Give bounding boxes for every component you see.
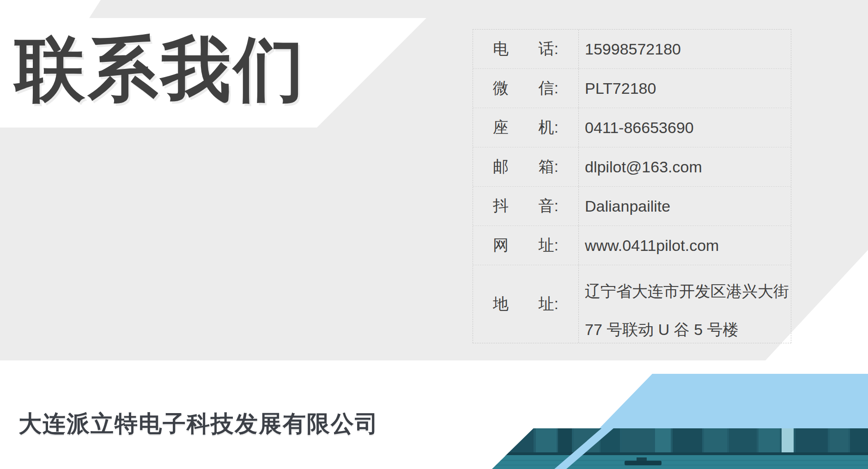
contact-value-wechat: PLT72180 (579, 69, 791, 108)
contact-label: 电 话: (473, 30, 579, 68)
company-name: 大连派立特电子科技发展有限公司 (18, 408, 379, 439)
contact-row-phone: 电 话: 15998572180 (473, 30, 791, 68)
contact-label: 地 址: (473, 265, 579, 343)
contact-value-phone: 15998572180 (579, 30, 791, 68)
contact-value-landline: 0411-86653690 (579, 108, 791, 147)
cityscape-photo (492, 428, 868, 469)
contact-value-address: 辽宁省大连市开发区港兴大街 77 号联动 U 谷 5 号楼 (579, 265, 791, 343)
address-line-1: 辽宁省大连市开发区港兴大街 (585, 272, 791, 311)
contact-row-douyin: 抖 音: Dalianpailite (473, 186, 791, 225)
page-title: 联系我们 (15, 32, 307, 106)
contact-label: 网 址: (473, 226, 579, 265)
contact-row-website: 网 址: www.0411pilot.com (473, 225, 791, 265)
contact-label: 微 信: (473, 69, 579, 108)
contact-row-wechat: 微 信: PLT72180 (473, 68, 791, 108)
slide-contact-us: 联系我们 电 话: 15998572180 微 信: PLT72180 座 机:… (0, 0, 868, 469)
contact-row-landline: 座 机: 0411-86653690 (473, 108, 791, 147)
contact-value-website: www.0411pilot.com (579, 226, 791, 265)
contact-value-email: dlpilot@163.com (579, 147, 791, 186)
contact-card: 电 话: 15998572180 微 信: PLT72180 座 机: 0411… (473, 29, 791, 343)
address-line-2: 77 号联动 U 谷 5 号楼 (585, 311, 791, 349)
contact-label: 座 机: (473, 108, 579, 147)
contact-row-address: 地 址: 辽宁省大连市开发区港兴大街 77 号联动 U 谷 5 号楼 (473, 265, 791, 343)
contact-row-email: 邮 箱: dlpilot@163.com (473, 147, 791, 186)
contact-value-douyin: Dalianpailite (579, 187, 791, 225)
contact-label: 抖 音: (473, 187, 579, 225)
contact-label: 邮 箱: (473, 147, 579, 186)
